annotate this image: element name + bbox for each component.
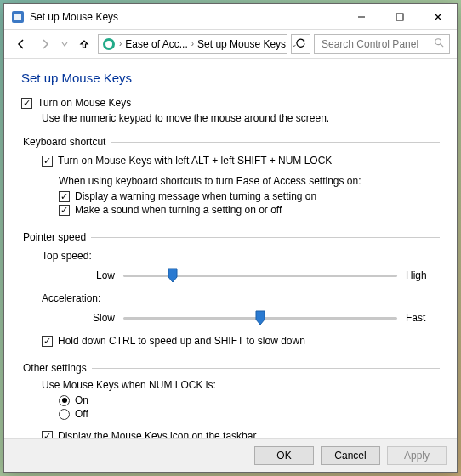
top-speed-slider[interactable]	[123, 267, 397, 284]
breadcrumb-item[interactable]: Ease of Acc...	[125, 38, 187, 50]
nav-toolbar: › Ease of Acc... › Set up Mouse Keys ⌄	[4, 30, 457, 59]
nav-back-button[interactable]	[11, 34, 31, 54]
enable-shortcut-checkbox[interactable]	[42, 156, 53, 167]
enable-shortcut-label: Turn on Mouse Keys with left ALT + left …	[58, 155, 332, 167]
titlebar: Set up Mouse Keys	[4, 4, 457, 30]
taskbar-icon-row: Display the Mouse Keys icon on the taskb…	[42, 430, 440, 438]
acceleration-slider[interactable]	[123, 309, 397, 326]
enable-shortcut-row: Turn on Mouse Keys with left ALT + left …	[42, 155, 440, 167]
acceleration-slow-label: Slow	[21, 312, 123, 324]
pointer-speed-group: Pointer speed Top speed: Low High Accele…	[21, 231, 440, 357]
ease-of-access-icon	[102, 37, 116, 51]
display-warning-row: Display a warning message when turning a…	[59, 190, 440, 202]
svg-line-9	[441, 44, 443, 47]
when-using-text: When using keyboard shortcuts to turn Ea…	[59, 175, 440, 187]
search-box[interactable]	[314, 34, 450, 54]
numlock-on-radio[interactable]	[59, 395, 70, 406]
numlock-off-row: Off	[59, 408, 440, 420]
top-speed-row: Low High	[21, 267, 440, 284]
display-warning-checkbox[interactable]	[59, 191, 70, 202]
make-sound-checkbox[interactable]	[59, 205, 70, 216]
turn-on-mouse-keys-row: Turn on Mouse Keys	[21, 97, 440, 109]
cancel-button[interactable]: Cancel	[321, 446, 380, 465]
page-title: Set up Mouse Keys	[21, 71, 440, 85]
control-panel-icon	[11, 10, 25, 24]
pointer-speed-legend: Pointer speed	[21, 231, 91, 243]
turn-on-mouse-keys-checkbox[interactable]	[21, 98, 32, 109]
taskbar-icon-checkbox[interactable]	[42, 431, 53, 439]
top-speed-high-label: High	[397, 269, 440, 281]
acceleration-fast-label: Fast	[397, 312, 440, 324]
recent-locations-button[interactable]	[59, 34, 71, 54]
address-bar[interactable]: › Ease of Acc... › Set up Mouse Keys ⌄	[98, 34, 287, 54]
minimize-button[interactable]	[342, 4, 380, 29]
refresh-button[interactable]	[291, 34, 310, 54]
numlock-on-row: On	[59, 394, 440, 406]
dialog-footer: OK Cancel Apply	[4, 438, 457, 472]
numlock-off-radio[interactable]	[59, 409, 70, 420]
acceleration-row: Slow Fast	[21, 309, 440, 326]
control-panel-window: Set up Mouse Keys	[3, 3, 458, 473]
make-sound-row: Make a sound when turning a setting on o…	[59, 204, 440, 216]
ctrl-shift-row: Hold down CTRL to speed up and SHIFT to …	[42, 335, 440, 347]
top-speed-thumb[interactable]	[168, 268, 178, 283]
svg-rect-3	[396, 14, 403, 20]
apply-button[interactable]: Apply	[387, 446, 447, 465]
other-settings-group: Other settings Use Mouse Keys when NUM L…	[21, 362, 440, 438]
turn-on-mouse-keys-label: Turn on Mouse Keys	[37, 97, 131, 109]
window-controls	[342, 4, 457, 29]
window-title: Set up Mouse Keys	[30, 11, 342, 23]
chevron-right-icon: ›	[119, 39, 122, 48]
keyboard-shortcut-group: Keyboard shortcut Turn on Mouse Keys wit…	[21, 136, 440, 226]
search-input[interactable]	[320, 37, 434, 51]
breadcrumb-item[interactable]: Set up Mouse Keys	[197, 38, 286, 50]
ctrl-shift-checkbox[interactable]	[42, 336, 53, 347]
content-area: Set up Mouse Keys Turn on Mouse Keys Use…	[4, 59, 457, 438]
ok-button[interactable]: OK	[254, 446, 314, 465]
svg-point-8	[435, 39, 441, 45]
acceleration-label: Acceleration:	[42, 292, 440, 304]
other-settings-legend: Other settings	[21, 362, 92, 374]
top-speed-low-label: Low	[21, 269, 123, 281]
nav-up-button[interactable]	[74, 34, 94, 54]
numlock-label: Use Mouse Keys when NUM LOCK is:	[42, 379, 440, 391]
make-sound-label: Make a sound when turning a setting on o…	[75, 204, 282, 216]
maximize-button[interactable]	[380, 4, 418, 29]
mouse-keys-description: Use the numeric keypad to move the mouse…	[42, 112, 440, 124]
chevron-right-icon: ›	[191, 39, 194, 48]
svg-point-7	[105, 41, 112, 48]
nav-forward-button[interactable]	[35, 34, 55, 54]
ctrl-shift-label: Hold down CTRL to speed up and SHIFT to …	[58, 335, 305, 347]
search-icon	[434, 37, 444, 50]
acceleration-thumb[interactable]	[255, 310, 265, 326]
svg-rect-1	[14, 14, 21, 20]
keyboard-shortcut-legend: Keyboard shortcut	[21, 136, 111, 148]
numlock-on-label: On	[75, 394, 88, 406]
numlock-off-label: Off	[75, 408, 88, 420]
top-speed-label: Top speed:	[42, 250, 440, 262]
taskbar-icon-label: Display the Mouse Keys icon on the taskb…	[58, 430, 256, 438]
display-warning-label: Display a warning message when turning a…	[75, 190, 316, 202]
close-button[interactable]	[418, 4, 457, 29]
